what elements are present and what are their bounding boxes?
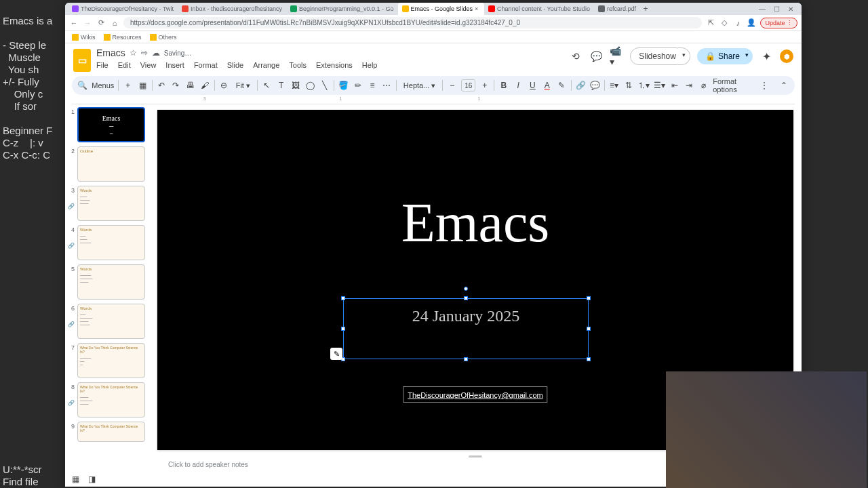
menu-format[interactable]: Format — [194, 61, 218, 69]
selected-textbox[interactable]: ✎ 24 January 2025 — [343, 298, 589, 359]
font-decrease-icon[interactable]: − — [447, 79, 457, 92]
comment-icon[interactable]: 💬 — [590, 79, 600, 92]
menu-file[interactable]: File — [96, 61, 108, 69]
border-dash-icon[interactable]: ⋯ — [382, 79, 392, 92]
slide-thumbnail-1[interactable]: Emacs ━━━ ━━ — [77, 107, 145, 142]
link-icon[interactable]: 🔗 — [575, 79, 585, 92]
shape-icon[interactable]: ◯ — [305, 79, 315, 92]
more-icon[interactable]: ⋮ — [759, 79, 769, 92]
back-icon[interactable]: ← — [69, 18, 79, 28]
italic-icon[interactable]: I — [513, 79, 524, 92]
menu-extensions[interactable]: Extensions — [316, 61, 353, 69]
undo-icon[interactable]: ↶ — [157, 79, 167, 92]
menus-label[interactable]: Menus — [92, 81, 114, 89]
menu-view[interactable]: View — [140, 61, 157, 69]
home-icon[interactable]: ⌂ — [110, 18, 119, 28]
explore-icon[interactable]: ◨ — [88, 474, 99, 485]
indent-decrease-icon[interactable]: ⇤ — [669, 79, 679, 92]
align-icon[interactable]: ≡▾ — [609, 79, 619, 92]
rotate-handle[interactable] — [464, 287, 468, 291]
date-text[interactable]: 24 January 2025 — [344, 299, 588, 325]
line-spacing-icon[interactable]: ⇅ — [623, 79, 633, 92]
meet-icon[interactable]: 📹▾ — [610, 49, 623, 63]
slide-thumbnail-8[interactable]: What Do You Think Computer Science Is?━━… — [77, 382, 145, 418]
share-dropdown[interactable]: ▾ — [741, 48, 753, 64]
open-external-icon[interactable]: ⇱ — [706, 18, 715, 28]
search-icon[interactable]: 🔍 — [77, 79, 87, 92]
tab-slides-active[interactable]: Emacs - Google Slides× — [398, 3, 485, 15]
zoom-out-icon[interactable]: ⊖ — [218, 79, 229, 92]
font-increase-icon[interactable]: + — [479, 79, 490, 92]
document-title[interactable]: Emacs — [96, 47, 125, 58]
resize-handle[interactable] — [587, 357, 591, 361]
slide-filmstrip[interactable]: 1 Emacs ━━━ ━━ 2 Outline 3🔗 Words━━━━━━━… — [65, 104, 149, 473]
fill-color-icon[interactable]: 🪣 — [338, 79, 349, 92]
bulleted-list-icon[interactable]: ☰▾ — [654, 79, 665, 92]
maximize-icon[interactable]: ☐ — [774, 5, 780, 13]
border-color-icon[interactable]: ✏ — [353, 79, 363, 92]
highlight-icon[interactable]: ✎ — [556, 79, 566, 92]
email-link[interactable]: TheDiscouragerOfHesitancy@gmail.com — [408, 391, 542, 399]
extension-icon[interactable]: ◇ — [719, 18, 729, 28]
comments-icon[interactable]: 💬 — [589, 49, 603, 63]
cursor-icon[interactable]: ↖ — [262, 79, 272, 92]
cloud-icon[interactable]: ☁ — [152, 48, 160, 58]
account-icon[interactable]: ⬢ — [780, 49, 793, 63]
paint-format-icon[interactable]: 🖌 — [199, 79, 210, 92]
bookmark-resources[interactable]: Resources — [104, 34, 142, 41]
slide-thumbnail-2[interactable]: Outline — [77, 146, 145, 182]
star-icon[interactable]: ☆ — [130, 48, 137, 58]
print-icon[interactable]: 🖶 — [185, 79, 195, 92]
indent-increase-icon[interactable]: ⇥ — [684, 79, 694, 92]
slide-thumbnail-5[interactable]: Words━━━━━━━━━━━━━━━━━━━━━━━ — [77, 264, 145, 300]
new-tab-button[interactable]: + — [640, 4, 651, 14]
underline-icon[interactable]: U — [528, 79, 538, 92]
clear-format-icon[interactable]: ⌀ — [698, 79, 709, 92]
slide-thumbnail-4[interactable]: Words━━━━━━━━━━━━━━━━━ — [77, 225, 145, 260]
history-icon[interactable]: ⟲ — [569, 49, 583, 63]
tab-twitch[interactable]: TheDiscouragerOfHesitancy - Twit — [68, 3, 178, 15]
new-slide-icon[interactable]: + — [123, 79, 133, 92]
tab-youtube[interactable]: Channel content - YouTube Studio — [484, 3, 594, 15]
font-size-input[interactable]: 16 — [461, 79, 475, 92]
resize-handle[interactable] — [464, 296, 468, 300]
email-textbox[interactable]: TheDiscouragerOfHesitancy@gmail.com — [403, 386, 547, 403]
textbox-icon[interactable]: T — [276, 79, 286, 92]
profile-icon[interactable]: 👤 — [747, 18, 756, 28]
image-icon[interactable]: 🖼 — [290, 79, 300, 92]
slide-thumbnail-3[interactable]: Words━━━━━━━━━━━━━━━━━━ — [77, 186, 145, 221]
tab-drive[interactable]: BeginnerProgramming_v0.0.1 - Go — [286, 3, 398, 15]
menu-insert[interactable]: Insert — [165, 61, 184, 69]
zoom-dropdown[interactable]: Fit ▾ — [233, 81, 253, 90]
slide-thumbnail-9[interactable]: What Do You Think Computer Science Is? — [77, 422, 145, 442]
menu-tools[interactable]: Tools — [289, 61, 307, 69]
move-icon[interactable]: ⇨ — [141, 48, 148, 58]
slideshow-button[interactable]: Slideshow — [630, 47, 685, 65]
slideshow-dropdown[interactable]: ▾ — [678, 47, 690, 65]
slides-logo-icon[interactable]: ▭ — [73, 49, 91, 72]
redo-icon[interactable]: ↷ — [171, 79, 181, 92]
close-icon[interactable]: × — [475, 5, 480, 12]
resize-handle[interactable] — [341, 296, 345, 300]
close-window-icon[interactable]: ✕ — [788, 5, 793, 13]
url-input[interactable]: https://docs.google.com/presentation/d/1… — [123, 17, 702, 28]
menu-slide[interactable]: Slide — [227, 61, 243, 69]
resize-handle[interactable] — [587, 296, 591, 300]
share-button[interactable]: 🔒Share — [697, 48, 748, 64]
font-dropdown[interactable]: Hepta... ▾ — [401, 81, 439, 90]
menu-help[interactable]: Help — [362, 61, 378, 69]
collapse-toolbar-icon[interactable]: ⌃ — [779, 79, 789, 92]
numbered-list-icon[interactable]: ⒈▾ — [637, 79, 650, 92]
bookmark-others[interactable]: Others — [150, 34, 177, 41]
tab-gmail[interactable]: Inbox - thediscouragerofhesitancy — [178, 3, 286, 15]
template-icon[interactable]: ▦ — [137, 79, 147, 92]
menu-edit[interactable]: Edit — [118, 61, 131, 69]
grid-view-icon[interactable]: ▦ — [72, 474, 83, 485]
text-color-icon[interactable]: A — [542, 79, 552, 92]
minimize-icon[interactable]: — — [759, 5, 766, 13]
bookmark-wikis[interactable]: Wikis — [72, 34, 96, 41]
menu-arrange[interactable]: Arrange — [253, 61, 279, 69]
bold-icon[interactable]: B — [498, 79, 509, 92]
smart-chip-icon[interactable]: ✎ — [330, 348, 342, 360]
gemini-icon[interactable]: ✦ — [760, 49, 773, 63]
